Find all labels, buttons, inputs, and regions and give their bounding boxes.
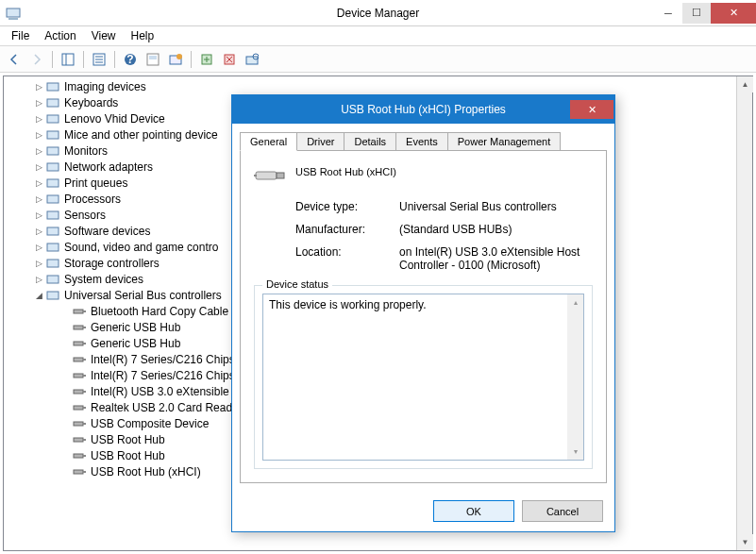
svg-rect-54 [256,172,277,179]
tree-label: Universal Serial Bus controllers [64,289,222,302]
expand-icon[interactable]: ▷ [34,178,43,188]
value-location: on Intel(R) USB 3.0 eXtensible Host Cont… [399,245,593,272]
usb-icon [72,304,87,319]
usb-icon [72,384,87,399]
tree-label: USB Root Hub [91,433,165,446]
expand-icon[interactable]: ▷ [34,194,43,204]
spacer [60,339,70,348]
expand-icon[interactable]: ▷ [34,210,43,220]
spacer [60,307,70,316]
scroll-up-arrow[interactable]: ▴ [567,294,583,311]
scroll-down-arrow[interactable]: ▼ [737,534,753,550]
usb-icon [72,432,87,447]
cancel-button[interactable]: Cancel [522,500,603,522]
tree-label: Mice and other pointing device [64,128,218,142]
scroll-up-arrow[interactable]: ▲ [737,76,753,92]
tab-driver[interactable]: Driver [296,132,344,151]
expand-icon[interactable]: ▷ [34,130,43,140]
ok-button[interactable]: OK [433,500,514,522]
usb-icon [72,464,87,479]
tab-power-management[interactable]: Power Management [447,132,561,151]
expand-icon[interactable]: ▷ [34,146,43,156]
forward-button[interactable] [26,49,47,70]
tree-label: Monitors [64,144,108,158]
tree-label: Network adapters [64,160,153,174]
scan-hardware-button[interactable] [242,49,262,70]
menu-file[interactable]: File [4,27,37,44]
svg-rect-36 [74,342,83,345]
tab-panel-general: USB Root Hub (xHCI) Device type: Univers… [240,150,607,483]
scrollbar[interactable]: ▲ ▼ [736,76,752,550]
svg-rect-29 [47,260,59,267]
svg-rect-50 [74,454,83,458]
svg-rect-48 [74,438,83,442]
svg-rect-56 [254,175,257,176]
toolbar-button[interactable] [143,49,163,70]
category-icon [45,176,60,191]
show-hide-tree-button[interactable] [58,49,78,70]
tree-label: Storage controllers [64,257,160,270]
svg-rect-2 [62,54,74,65]
uninstall-button[interactable] [219,49,240,70]
svg-rect-32 [74,310,83,313]
dialog-close-button[interactable]: ✕ [570,100,613,119]
svg-rect-41 [83,375,86,377]
svg-rect-46 [74,422,83,426]
category-icon [45,256,60,271]
svg-rect-21 [47,131,59,139]
status-scrollbar[interactable]: ▴ ▾ [567,294,583,460]
help-button[interactable]: ? [120,49,141,70]
expand-icon[interactable]: ▷ [34,259,43,268]
tab-general[interactable]: General [240,132,297,151]
menu-help[interactable]: Help [124,27,162,44]
tree-category[interactable]: ▷Imaging devices [4,78,736,94]
minimize-button[interactable]: ─ [654,3,682,24]
device-status-text: This device is working properly. [269,298,427,311]
svg-rect-30 [47,276,59,283]
tree-label: Intel(R) 7 Series/C216 Chips [91,353,235,366]
expand-icon[interactable]: ▷ [34,243,43,252]
svg-rect-43 [83,391,86,393]
close-button[interactable]: ✕ [711,3,756,24]
svg-rect-31 [47,292,59,299]
app-icon [6,6,21,21]
expand-icon[interactable]: ▷ [34,227,43,236]
tree-label: Intel(R) 7 Series/C216 Chips [91,369,235,382]
toolbar-button[interactable] [165,49,186,70]
expand-icon[interactable]: ▷ [34,98,43,108]
spacer [60,467,70,477]
svg-rect-23 [47,163,59,171]
maximize-button[interactable]: ☐ [682,3,711,24]
update-driver-button[interactable] [196,49,217,70]
menu-view[interactable]: View [84,27,124,44]
tree-label: Keyboards [64,96,118,109]
tree-label: Sensors [64,209,106,222]
category-icon [45,288,60,303]
expand-icon[interactable]: ▷ [34,162,43,172]
device-status-fieldset: Device status This device is working pro… [254,285,593,469]
tree-label: Generic USB Hub [91,321,180,334]
tree-label: Realtek USB 2.0 Card Reade [91,401,239,414]
tab-events[interactable]: Events [395,132,448,151]
expand-icon[interactable]: ▷ [34,275,43,284]
expand-icon[interactable]: ▷ [34,114,43,124]
device-name: USB Root Hub (xHCI) [295,164,396,177]
back-button[interactable] [4,49,25,70]
device-status-legend: Device status [262,278,332,290]
tree-label: Generic USB Hub [91,337,180,350]
expand-icon[interactable]: ▷ [34,82,43,92]
svg-rect-40 [74,374,83,378]
collapse-icon[interactable]: ◢ [34,291,43,300]
dialog-titlebar[interactable]: USB Root Hub (xHCI) Properties ✕ [232,95,614,124]
category-icon [45,95,60,110]
tab-details[interactable]: Details [344,132,396,151]
category-icon [45,224,60,239]
toolbar-separator [83,51,84,68]
scroll-down-arrow[interactable]: ▾ [567,444,583,460]
tree-label: Lenovo Vhid Device [64,112,165,126]
tabstrip: General Driver Details Events Power Mana… [240,132,607,151]
device-header: USB Root Hub (xHCI) [254,164,593,187]
properties-button[interactable] [89,49,109,70]
device-status-textbox[interactable]: This device is working properly. ▴ ▾ [262,294,584,461]
menu-action[interactable]: Action [37,27,83,44]
